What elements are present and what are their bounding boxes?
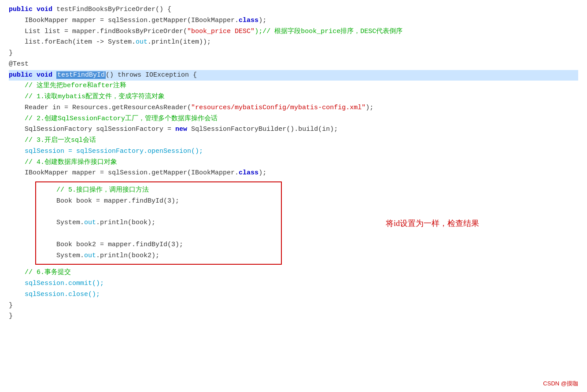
code-line: @Test — [9, 59, 578, 70]
code-line: SqlSessionFactory sqlSessionFactory = ne… — [9, 124, 578, 135]
code-line: } — [9, 311, 578, 322]
box-code-line: // 5.接口操作，调用接口方法 — [41, 185, 277, 196]
code-line: sqlSession = sqlSessionFactory.openSessi… — [9, 146, 578, 157]
code-line: // 3.开启一次sql会话 — [9, 135, 578, 146]
code-line: IBookMapper mapper = sqlSession.getMappe… — [9, 168, 578, 179]
box-code-line: System.out.println(book2); — [41, 251, 277, 262]
code-viewer: public void testFindBooksByPriceOrder() … — [0, 0, 587, 392]
box-code-line — [41, 229, 277, 240]
annotation-text: 将id设置为一样，检查结果 — [386, 218, 479, 229]
box-code-line: Book book = mapper.findById(3); — [41, 196, 277, 207]
code-line: IBookMapper mapper = sqlSession.getMappe… — [9, 15, 578, 26]
box-code-line: Book book2 = mapper.findById(3); — [41, 240, 277, 251]
footer-text: CSDN @摸咖 — [543, 380, 578, 388]
code-line: sqlSession.commit(); — [9, 278, 578, 289]
code-line: // 6.事务提交 — [9, 267, 578, 278]
highlighted-code-box: // 5.接口操作，调用接口方法 Book book = mapper.find… — [35, 181, 282, 265]
code-line: // 1.读取mybatis配置文件，变成字符流对象 — [9, 92, 578, 103]
code-line: public void testFindById() throws IOExce… — [9, 70, 578, 81]
box-code-line — [41, 207, 277, 218]
code-line: list.forEach(item -> System.out.println(… — [9, 37, 578, 48]
code-lines-after: // 6.事务提交 sqlSession.commit(); sqlSessio… — [9, 267, 578, 322]
code-line: Reader in = Resources.getResourceAsReade… — [9, 103, 578, 114]
code-lines-before: public void testFindBooksByPriceOrder() … — [9, 4, 578, 179]
code-line: // 这里先把before和after注释 — [9, 81, 578, 92]
code-line: // 2.创建SqlSessionFactory工厂，管理多个数据库操作会话 — [9, 114, 578, 125]
box-code-lines: // 5.接口操作，调用接口方法 Book book = mapper.find… — [41, 185, 277, 261]
code-line: // 4.创建数据库操作接口对象 — [9, 157, 578, 168]
code-line: sqlSession.close(); — [9, 289, 578, 300]
box-code-line: System.out.println(book); — [41, 218, 277, 229]
code-line: } — [9, 48, 578, 59]
code-line: public void testFindBooksByPriceOrder() … — [9, 4, 578, 15]
code-line: } — [9, 300, 578, 311]
code-line: List list = mapper.findBooksByPriceOrder… — [9, 26, 578, 37]
